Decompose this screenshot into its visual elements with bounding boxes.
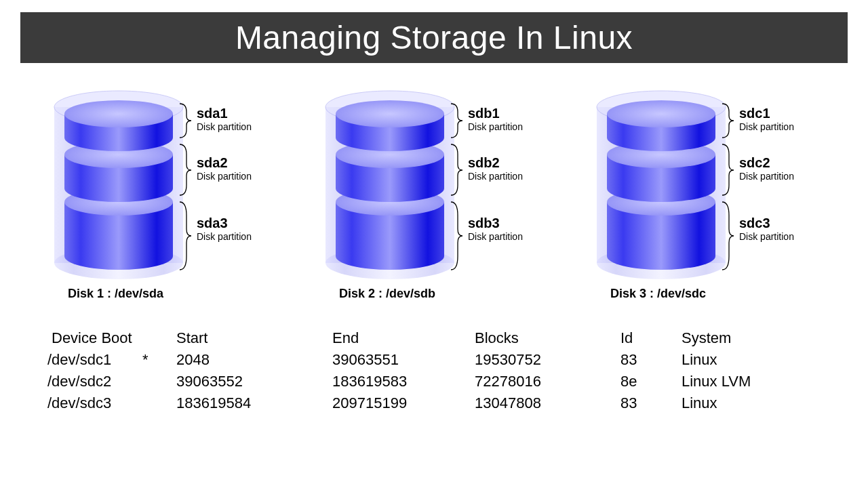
svg-point-19	[336, 175, 444, 202]
col-blocks: Blocks	[475, 327, 620, 349]
disk-diagram-row: sda1 Disk partition sda2 Disk partition …	[27, 83, 841, 321]
cell-boot	[142, 371, 176, 392]
cell-end: 209715199	[332, 392, 475, 414]
disk-cylinder-icon	[41, 83, 285, 300]
cell-start: 39063552	[176, 371, 332, 392]
cell-boot	[142, 392, 176, 414]
svg-point-35	[607, 100, 715, 127]
cell-id: 8e	[620, 371, 682, 392]
cell-system: Linux LVM	[682, 371, 821, 392]
cell-system: Linux	[682, 349, 821, 371]
cell-id: 83	[620, 392, 682, 414]
partition-label: sdc1	[739, 106, 770, 121]
cell-start: 2048	[176, 349, 332, 371]
partition-label: sdb1	[468, 106, 500, 121]
partition-sublabel: Disk partition	[197, 171, 252, 182]
disk-3: sdc1 Disk partition sdc2 Disk partition …	[583, 83, 827, 321]
svg-point-34	[607, 124, 715, 151]
cell-id: 83	[620, 349, 682, 371]
disk-caption: Disk 3 : /dev/sdc	[610, 287, 706, 301]
partition-label: sdb2	[468, 155, 500, 171]
svg-point-11	[64, 100, 173, 127]
cell-blocks: 19530752	[475, 349, 620, 371]
partition-sublabel: Disk partition	[739, 231, 794, 242]
cell-system: Linux	[682, 392, 821, 414]
table-row: /dev/sdc2 39063552 183619583 72278016 8e…	[47, 371, 821, 392]
cell-boot: *	[142, 349, 176, 371]
partition-sublabel: Disk partition	[468, 121, 523, 132]
svg-point-28	[607, 243, 715, 270]
disk-1: sda1 Disk partition sda2 Disk partition …	[41, 83, 285, 321]
cell-end: 183619583	[332, 371, 475, 392]
partition-label: sdb3	[468, 216, 500, 231]
partition-label: sdc3	[739, 216, 770, 231]
svg-point-23	[336, 100, 444, 127]
table-row: /dev/sdc1 * 2048 39063551 19530752 83 Li…	[47, 349, 821, 371]
disk-cylinder-icon	[583, 83, 827, 300]
partition-sublabel: Disk partition	[197, 231, 252, 242]
partition-label: sdc2	[739, 155, 770, 171]
partition-sublabel: Disk partition	[468, 231, 523, 242]
svg-point-16	[336, 243, 444, 270]
col-end: End	[332, 327, 475, 349]
cell-device: /dev/sdc2	[47, 371, 142, 392]
disk-2: sdb1 Disk partition sdb2 Disk partition …	[312, 83, 556, 321]
cell-device: /dev/sdc3	[47, 392, 142, 414]
disk-caption: Disk 2 : /dev/sdb	[339, 287, 435, 301]
svg-point-4	[64, 243, 173, 270]
col-id: Id	[620, 327, 682, 349]
table-row: /dev/sdc3 183619584 209715199 13047808 8…	[47, 392, 821, 414]
col-boot: Boot	[101, 329, 132, 346]
cell-end: 39063551	[332, 349, 475, 371]
partition-sublabel: Disk partition	[739, 171, 794, 182]
cell-start: 183619584	[176, 392, 332, 414]
cell-blocks: 13047808	[475, 392, 620, 414]
partition-sublabel: Disk partition	[739, 121, 794, 132]
col-device: Device	[52, 329, 97, 346]
svg-point-7	[64, 175, 173, 202]
partition-label: sda2	[197, 155, 228, 171]
svg-point-22	[336, 124, 444, 151]
table-header-row: Device Boot Start End Blocks Id System	[47, 327, 821, 349]
cell-device: /dev/sdc1	[47, 349, 142, 371]
partition-sublabel: Disk partition	[468, 171, 523, 182]
disk-caption: Disk 1 : /dev/sda	[68, 287, 163, 301]
col-system: System	[682, 327, 821, 349]
svg-point-31	[607, 175, 715, 202]
cell-blocks: 72278016	[475, 371, 620, 392]
svg-point-10	[64, 124, 173, 151]
page-title: Managing Storage In Linux	[20, 12, 848, 63]
partition-sublabel: Disk partition	[197, 121, 252, 132]
partition-label: sda1	[197, 106, 228, 121]
disk-cylinder-icon	[312, 83, 556, 300]
col-start: Start	[176, 327, 332, 349]
partition-table: Device Boot Start End Blocks Id System /…	[47, 327, 821, 414]
partition-label: sda3	[197, 216, 228, 231]
